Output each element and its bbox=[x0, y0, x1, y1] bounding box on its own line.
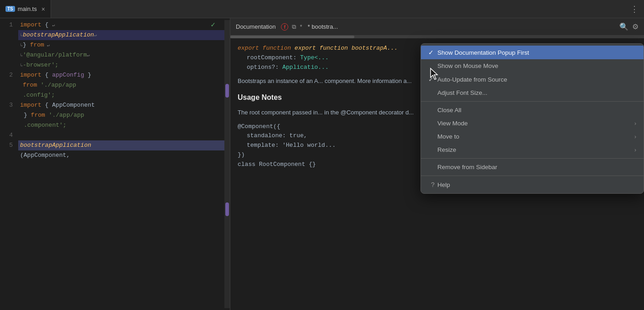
external-link-icon[interactable]: ⧉ bbox=[292, 23, 296, 31]
doc-tab-label[interactable]: Documentation bbox=[236, 23, 275, 30]
menu-separator-1 bbox=[421, 101, 644, 102]
menu-label-close-all: Close All bbox=[437, 107, 636, 114]
menu-item-show-mouse-move[interactable]: Show on Mouse Move bbox=[421, 59, 644, 72]
menu-label-font: Adjust Font Size... bbox=[437, 89, 636, 96]
menu-item-resize[interactable]: Resize › bbox=[421, 143, 644, 156]
tab-filename: main.ts bbox=[18, 5, 37, 12]
tab-bar: TS main.ts × ⋮ bbox=[0, 0, 644, 18]
arrow-icon-view-mode: › bbox=[634, 120, 636, 127]
menu-item-view-mode[interactable]: View Mode › bbox=[421, 117, 644, 130]
doc-scrollbar[interactable] bbox=[230, 36, 644, 38]
check-icon-show-doc: ✓ bbox=[428, 49, 437, 56]
menu-label-move-to: Move to bbox=[437, 133, 634, 140]
menu-label-auto-update: Auto-Update from Source bbox=[437, 76, 636, 83]
code-editor-panel: 1 2 3 4 5 import { ↵ ✓ bbox=[0, 18, 230, 310]
menu-item-close-all[interactable]: Close All bbox=[421, 103, 644, 117]
menu-item-adjust-font[interactable]: Adjust Font Size... bbox=[421, 86, 644, 99]
menu-separator-3 bbox=[421, 176, 644, 176]
code-line-11: .component'; bbox=[18, 120, 224, 130]
code-line-3: ↳} from ↵ bbox=[18, 40, 224, 50]
menu-label-mouse-move: Show on Mouse Move bbox=[437, 62, 636, 69]
menu-item-show-doc-popup[interactable]: ✓ Show Documentation Popup First bbox=[421, 46, 644, 59]
code-content[interactable]: import { ↵ ✓ ↳bootstrapApplication↵ ↳} f… bbox=[18, 20, 224, 308]
code-line-8: .config'; bbox=[18, 90, 224, 100]
code-line-7: from './app/app bbox=[18, 80, 224, 90]
menu-label-resize: Resize bbox=[437, 146, 634, 153]
search-icon[interactable]: 🔍 bbox=[619, 22, 628, 31]
main-ts-tab[interactable]: TS main.ts × bbox=[0, 0, 51, 18]
code-line-2: ↳bootstrapApplication↵ bbox=[18, 30, 224, 40]
star-icon: * bbox=[300, 23, 302, 30]
line-numbers: 1 2 3 4 5 bbox=[0, 20, 18, 308]
code-line-6: import { appConfig } bbox=[18, 70, 224, 80]
menu-item-auto-update[interactable]: ✓ Auto-Update from Source bbox=[421, 72, 644, 86]
f-icon[interactable]: f bbox=[281, 23, 288, 31]
doc-tab-filename: * bootstra... bbox=[308, 23, 338, 30]
menu-item-remove-sidebar[interactable]: Remove from Sidebar bbox=[421, 160, 644, 174]
code-line-9: import { AppComponent bbox=[18, 100, 224, 110]
menu-item-move-to[interactable]: Move to › bbox=[421, 130, 644, 143]
question-icon-help: ? bbox=[428, 181, 437, 188]
code-line-14: (AppComponent, bbox=[18, 150, 224, 160]
menu-label-help: Help bbox=[437, 181, 636, 188]
checkmark-icon: ✓ bbox=[211, 20, 215, 30]
code-lines: 1 2 3 4 5 import { ↵ ✓ bbox=[0, 18, 230, 310]
menu-label-remove-sidebar: Remove from Sidebar bbox=[437, 164, 636, 170]
doc-tab-bar: Documentation f ⧉ * * bootstra... 🔍 ⚙ bbox=[230, 18, 644, 36]
code-line-1: import { ↵ ✓ bbox=[18, 20, 224, 30]
code-line-4: ↳'@angular/platform↵ bbox=[18, 50, 224, 60]
menu-label-view-mode: View Mode bbox=[437, 120, 634, 127]
code-line-12 bbox=[18, 130, 224, 140]
context-menu: ✓ Show Documentation Popup First Show on… bbox=[421, 43, 644, 194]
settings-icon[interactable]: ⚙ bbox=[632, 22, 639, 31]
doc-tab-icons: f ⧉ * bbox=[281, 23, 302, 31]
arrow-icon-resize: › bbox=[634, 147, 636, 153]
editor-scrollbar[interactable] bbox=[224, 20, 230, 308]
arrow-icon-move-to: › bbox=[634, 134, 636, 140]
menu-separator-2 bbox=[421, 158, 644, 159]
code-line-10: } from './app/app bbox=[18, 110, 224, 120]
code-line-5: ↳-browser'; bbox=[18, 60, 224, 70]
menu-label-show-doc: Show Documentation Popup First bbox=[437, 49, 636, 56]
menu-item-help[interactable]: ? Help bbox=[421, 178, 644, 191]
code-line-13: bootstrapApplication bbox=[18, 140, 224, 150]
scrollbar-thumb-1 bbox=[225, 84, 229, 98]
doc-tab-right: 🔍 ⚙ bbox=[619, 22, 639, 31]
scrollbar-thumb-2 bbox=[225, 202, 229, 216]
documentation-panel: Documentation f ⧉ * * bootstra... 🔍 ⚙ ex… bbox=[230, 18, 644, 310]
cursor-svg bbox=[429, 67, 440, 80]
main-content: 1 2 3 4 5 import { ↵ ✓ bbox=[0, 18, 644, 310]
tab-more-button[interactable]: ⋮ bbox=[625, 4, 644, 14]
tab-close-button[interactable]: × bbox=[42, 5, 45, 13]
ts-badge: TS bbox=[5, 6, 15, 12]
